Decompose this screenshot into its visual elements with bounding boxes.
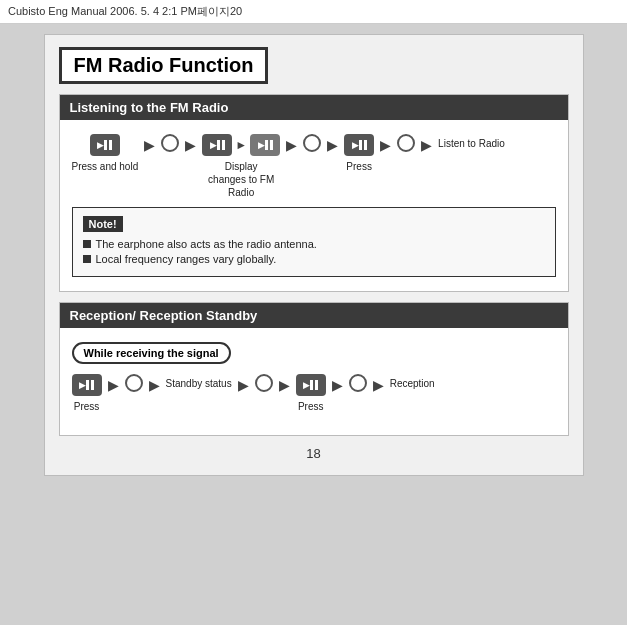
page-number: 18 [59,446,569,461]
arrow1: ▶ [142,137,157,153]
pause-bars-r3-icon [310,380,318,390]
reception-steps-row: Press ▶ ▶ Standby status ▶ ▶ Press [72,374,556,413]
pause-bars2b-icon [265,140,273,150]
section-reception-body: While receiving the signal Press ▶ ▶ Sta… [60,328,568,435]
reception-step4: Reception [390,374,435,390]
arrow6: ▶ [419,137,434,153]
arrow4: ▶ [325,137,340,153]
rcircle3 [349,374,367,392]
step3-button-icon[interactable] [344,134,374,156]
rstep3-label: Press [298,400,324,413]
arrow5: ▶ [378,137,393,153]
note-item-2: Local frequency ranges vary globally. [83,253,545,265]
rarrow1: ▶ [106,377,121,393]
rstep3-button-icon[interactable] [296,374,326,396]
section-listening: Listening to the FM Radio Press and hold… [59,94,569,292]
pause-bars3-icon [359,140,367,150]
section-reception-title: Reception/ Reception Standby [60,303,568,328]
note-bullet-1 [83,240,91,248]
listening-step2: ► Display changes to FM Radio [202,134,280,199]
rstep4-label: Reception [390,377,435,390]
rcircle2 [255,374,273,392]
rarrow6: ▶ [371,377,386,393]
note-item-1: The earphone also acts as the radio ante… [83,238,545,250]
section-listening-body: Press and hold ▶ ▶ ► [60,120,568,291]
circle2 [303,134,321,152]
rstep1-label: Press [74,400,100,413]
rcircle1 [125,374,143,392]
note-title: Note! [83,216,123,232]
step2b-button-icon[interactable] [250,134,280,156]
circle1 [161,134,179,152]
step1-button-icon[interactable] [90,134,120,156]
reception-step1: Press [72,374,102,413]
rarrow3: ▶ [236,377,251,393]
arrow2: ▶ [183,137,198,153]
pause-bars-icon [104,140,112,150]
listening-step4: Listen to Radio [438,134,505,150]
listening-step1: Press and hold [72,134,139,173]
step1-label: Press and hold [72,160,139,173]
page-wrapper: FM Radio Function Listening to the FM Ra… [44,34,584,476]
rarrow4: ▶ [277,377,292,393]
section-reception: Reception/ Reception Standby While recei… [59,302,569,436]
header-bar: Cubisto Eng Manual 2006. 5. 4 2:1 PM페이지2… [0,0,627,24]
step2-label: Display changes to FM Radio [206,160,276,199]
reception-step2: Standby status [166,374,232,390]
step4-label: Listen to Radio [438,137,505,150]
note-box: Note! The earphone also acts as the radi… [72,207,556,277]
rstep1-button-icon[interactable] [72,374,102,396]
header-text: Cubisto Eng Manual 2006. 5. 4 2:1 PM페이지2… [8,5,242,17]
rarrow5: ▶ [330,377,345,393]
listening-step3: Press [344,134,374,173]
note-text-1: The earphone also acts as the radio ante… [96,238,317,250]
step2-button-icon[interactable] [202,134,232,156]
pause-bars-r1-icon [86,380,94,390]
listening-steps-row: Press and hold ▶ ▶ ► [72,134,556,199]
rstep2-label: Standby status [166,377,232,390]
note-text-2: Local frequency ranges vary globally. [96,253,277,265]
arrow3: ▶ [284,137,299,153]
pause-bars2-icon [217,140,225,150]
note-bullet-2 [83,255,91,263]
circle3 [397,134,415,152]
standby-badge: While receiving the signal [72,342,231,364]
rarrow2: ▶ [147,377,162,393]
page-title: FM Radio Function [59,47,269,84]
step3-label: Press [346,160,372,173]
reception-step3: Press [296,374,326,413]
section-listening-title: Listening to the FM Radio [60,95,568,120]
